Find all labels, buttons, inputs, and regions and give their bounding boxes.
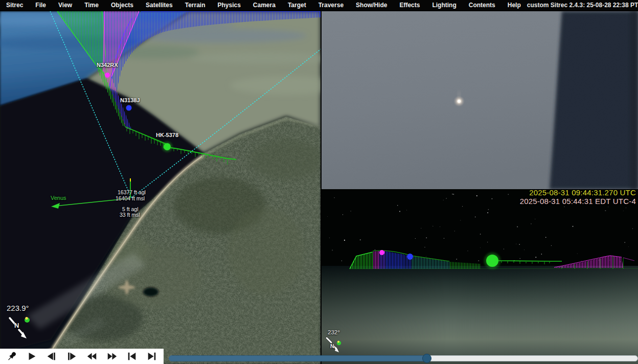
menu-item-lighting[interactable]: Lighting — [426, 0, 462, 10]
timestamp-utc: 2025-08-31 09:44:31.270 UTC — [529, 189, 636, 197]
play-button[interactable] — [24, 350, 39, 363]
menu-item-view[interactable]: View — [52, 0, 78, 10]
target-altitude-agl: 16377 ft agl — [118, 189, 146, 195]
video-view[interactable] — [322, 11, 638, 189]
frame-forward-icon — [66, 351, 77, 362]
video-frame — [322, 11, 638, 189]
timestamp-local: 2025-08-31 05:44:31 EDT UTC-4 — [520, 197, 636, 206]
sitrec-app-window: SitrecFileViewTimeObjectsSatellitesTerra… — [0, 0, 638, 364]
green-target-dot — [164, 143, 171, 150]
skip-start-icon — [126, 351, 138, 362]
compass-north-label: N — [14, 322, 19, 329]
magenta-track-dot — [105, 73, 110, 78]
menu-item-help[interactable]: Help — [502, 0, 527, 10]
look-scene — [322, 189, 638, 364]
menu-item-file[interactable]: File — [29, 0, 52, 10]
blue-track-dot — [126, 105, 132, 111]
frame-back-button[interactable] — [44, 350, 59, 363]
look-compass-north-label: N — [330, 343, 334, 349]
look-magenta-dot — [379, 250, 384, 255]
camera-altitude-msl: 33 ft msl — [120, 212, 140, 218]
menu-item-traverse[interactable]: Traverse — [312, 0, 350, 10]
pushpin-icon — [6, 351, 17, 362]
menu-item-sitrec[interactable]: Sitrec — [0, 0, 29, 10]
target-altitude-msl: 16404 ft msl — [116, 195, 145, 201]
look-blue-dot — [407, 254, 413, 260]
aircraft-label-n3138j: N3138J — [120, 97, 140, 103]
look-compass-heading: 232° — [328, 329, 340, 335]
look-3d-view[interactable]: 2025-08-31 09:44:31.270 UTC 2025-08-31 0… — [322, 189, 638, 364]
menu-item-camera[interactable]: Camera — [247, 0, 282, 10]
version-info: custom Sitrec 2.4.3: 25-08-28 22:38 PT — [527, 2, 638, 9]
rewind-button[interactable] — [84, 350, 100, 363]
menu-item-objects[interactable]: Objects — [105, 0, 140, 10]
playback-controls — [0, 349, 164, 364]
timeline-scrubber[interactable] — [169, 354, 638, 363]
play-icon — [26, 351, 37, 362]
venus-label: Venus — [51, 195, 66, 201]
aircraft-label-hk5378: HK-5378 — [156, 132, 178, 138]
main-3d-map-view[interactable]: N342RX N3138J HK-5378 Venus 16377 ft agl… — [0, 11, 321, 364]
menu-item-terrain[interactable]: Terrain — [179, 0, 212, 10]
look-green-target-dot — [486, 255, 498, 267]
skip-end-button[interactable] — [144, 350, 160, 363]
fast-forward-button[interactable] — [104, 350, 120, 363]
menu-item-physics[interactable]: Physics — [211, 0, 246, 10]
map-scene — [0, 11, 321, 364]
menu-bar: SitrecFileViewTimeObjectsSatellitesTerra… — [0, 0, 638, 10]
menu-item-satellites[interactable]: Satellites — [140, 0, 179, 10]
menu-item-contents[interactable]: Contents — [463, 0, 502, 10]
menu-item-target[interactable]: Target — [282, 0, 312, 10]
menu-item-effects[interactable]: Effects — [393, 0, 426, 10]
timeline-slider-fill — [169, 355, 427, 361]
pin-button[interactable] — [4, 350, 19, 363]
skip-start-button[interactable] — [124, 350, 140, 363]
menu-item-time[interactable]: Time — [78, 0, 105, 10]
compass-heading: 223.9° — [7, 304, 29, 312]
skip-end-icon — [146, 351, 157, 362]
rewind-icon — [86, 351, 98, 362]
menu-items: SitrecFileViewTimeObjectsSatellitesTerra… — [0, 0, 527, 10]
menu-item-show-hide[interactable]: Show/Hide — [350, 0, 393, 10]
frame-forward-button[interactable] — [64, 350, 79, 363]
fast-forward-icon — [106, 351, 118, 362]
timeline-slider-thumb[interactable] — [422, 354, 431, 363]
aircraft-label-n342rx: N342RX — [97, 62, 118, 68]
frame-back-icon — [46, 351, 57, 362]
